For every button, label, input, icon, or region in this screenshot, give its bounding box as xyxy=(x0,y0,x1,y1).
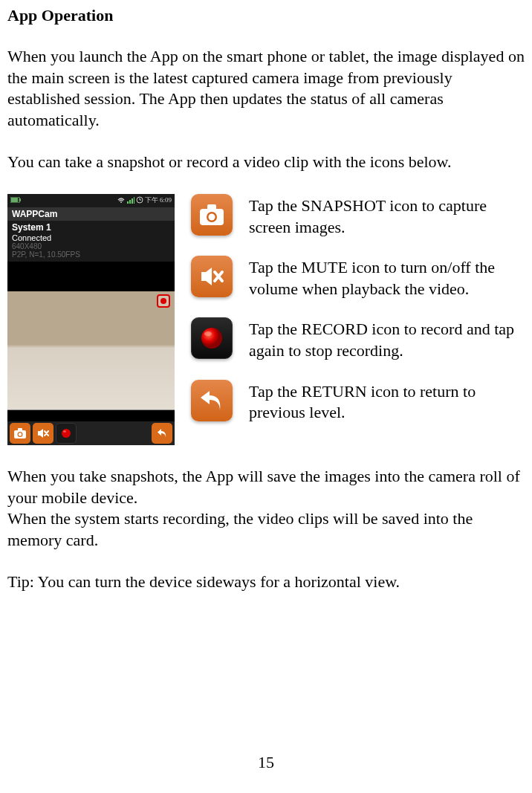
clock-icon xyxy=(136,196,143,205)
return-arrow-icon xyxy=(198,386,226,415)
wifi-icon xyxy=(117,196,126,205)
phone-system-name: System 1 xyxy=(12,222,170,233)
phone-connection-status: Connected xyxy=(12,233,170,242)
speaker-mute-icon xyxy=(36,427,50,439)
return-description: Tap the RETURN icon to return to previou… xyxy=(249,380,525,424)
snapshot-description: Tap the SNAPSHOT icon to capture screen … xyxy=(249,194,525,238)
middle-section: 下午 6:09 WAPPCam System 1 Connected 640X4… xyxy=(7,194,525,445)
speaker-mute-icon xyxy=(198,265,225,288)
phone-info-bar: System 1 Connected 640X480 P2P, N=1, 10.… xyxy=(7,221,175,262)
paragraph-intro: When you launch the App on the smart pho… xyxy=(7,46,525,131)
snapshot-row: Tap the SNAPSHOT icon to capture screen … xyxy=(191,194,525,238)
svg-rect-2 xyxy=(19,198,21,201)
svg-point-20 xyxy=(204,331,212,336)
record-icon xyxy=(191,317,233,359)
svg-rect-7 xyxy=(134,197,134,204)
phone-resolution: 640X480 xyxy=(12,242,170,250)
paragraph-snapshot-save: When you take snapshots, the App will sa… xyxy=(7,466,525,508)
phone-status-bar: 下午 6:09 xyxy=(7,194,175,207)
page-number: 15 xyxy=(0,753,532,772)
signal-icon xyxy=(127,196,134,205)
camera-icon xyxy=(13,427,27,439)
record-circle-icon xyxy=(198,325,225,352)
svg-point-14 xyxy=(63,430,66,433)
svg-rect-16 xyxy=(207,204,216,210)
return-row: Tap the RETURN icon to return to previou… xyxy=(191,380,525,424)
snapshot-icon xyxy=(191,194,233,236)
phone-camera-view xyxy=(7,291,175,410)
svg-rect-5 xyxy=(129,200,131,204)
record-description: Tap the RECORD icon to record and tap ag… xyxy=(249,317,525,361)
svg-rect-10 xyxy=(18,428,22,431)
status-time: 下午 6:09 xyxy=(145,195,172,205)
phone-gap xyxy=(7,262,175,291)
svg-rect-1 xyxy=(11,198,18,202)
return-arrow-icon xyxy=(155,427,169,440)
page-title: App Operation xyxy=(7,6,525,25)
battery-icon xyxy=(10,197,21,204)
svg-rect-4 xyxy=(127,201,129,204)
svg-point-19 xyxy=(201,328,222,349)
return-icon xyxy=(191,380,233,421)
mute-icon xyxy=(191,256,233,297)
toolbar-mute-button[interactable] xyxy=(33,423,53,444)
icon-descriptions: Tap the SNAPSHOT icon to capture screen … xyxy=(191,194,525,445)
camera-icon xyxy=(198,203,225,227)
toolbar-snapshot-button[interactable] xyxy=(10,423,30,444)
phone-screenshot: 下午 6:09 WAPPCam System 1 Connected 640X4… xyxy=(7,194,175,445)
svg-point-12 xyxy=(19,433,22,436)
mute-description: Tap the MUTE icon to turn on/off the vol… xyxy=(249,256,525,300)
svg-point-13 xyxy=(62,429,71,438)
svg-rect-6 xyxy=(132,198,133,204)
svg-point-18 xyxy=(209,213,215,220)
mute-row: Tap the MUTE icon to turn on/off the vol… xyxy=(191,256,525,300)
record-circle-icon xyxy=(60,427,72,439)
phone-toolbar xyxy=(7,421,175,445)
svg-point-3 xyxy=(120,201,122,203)
toolbar-return-button[interactable] xyxy=(152,423,172,444)
phone-p2p-info: P2P, N=1, 10.50FPS xyxy=(12,250,170,259)
paragraph-record-save: When the system starts recording, the vi… xyxy=(7,508,525,551)
phone-app-title: WAPPCam xyxy=(7,207,175,221)
paragraph-icons-intro: You can take a snapshot or record a vide… xyxy=(7,152,525,173)
record-row: Tap the RECORD icon to record and tap ag… xyxy=(191,317,525,361)
paragraph-tip: Tip: You can turn the device sideways fo… xyxy=(7,572,525,593)
toolbar-record-button[interactable] xyxy=(56,423,77,444)
record-indicator-icon xyxy=(157,294,170,308)
